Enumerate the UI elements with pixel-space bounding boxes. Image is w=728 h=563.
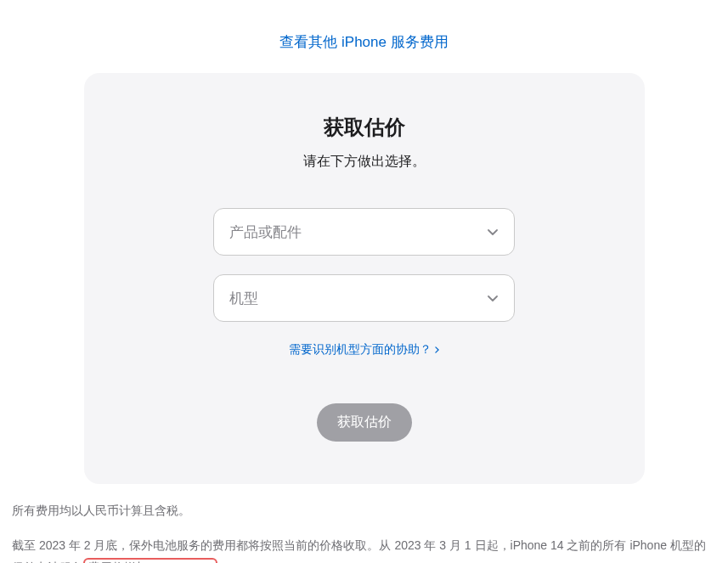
product-select-wrapper: 产品或配件 — [213, 208, 515, 256]
price-increase-highlight: 费用将增加 RMB 169。 — [83, 558, 217, 563]
chevron-down-icon — [487, 292, 499, 304]
footer-para2: 截至 2023 年 2 月底，保外电池服务的费用都将按照当前的价格收取。从 20… — [12, 534, 716, 563]
identify-model-help-link[interactable]: 需要识别机型方面的协助？ — [289, 342, 439, 358]
product-select-placeholder: 产品或配件 — [229, 222, 302, 242]
help-link-text: 需要识别机型方面的协助？ — [289, 342, 432, 358]
chevron-down-icon — [487, 226, 499, 238]
card-subtitle: 请在下方做出选择。 — [118, 153, 611, 171]
estimate-card: 获取估价 请在下方做出选择。 产品或配件 机型 需要识别机型方面的协助？ — [84, 73, 645, 484]
card-title: 获取估价 — [118, 114, 611, 141]
chevron-right-icon — [435, 346, 439, 353]
model-select-placeholder: 机型 — [229, 289, 258, 308]
product-select[interactable]: 产品或配件 — [213, 208, 515, 256]
view-other-services-link[interactable]: 查看其他 iPhone 服务费用 — [0, 0, 728, 73]
model-select-wrapper: 机型 — [213, 274, 515, 322]
footer-text: 所有费用均以人民币计算且含税。 截至 2023 年 2 月底，保外电池服务的费用… — [0, 484, 728, 563]
footer-para1: 所有费用均以人民币计算且含税。 — [12, 499, 716, 522]
model-select[interactable]: 机型 — [213, 274, 515, 322]
get-estimate-button[interactable]: 获取估价 — [317, 403, 412, 442]
